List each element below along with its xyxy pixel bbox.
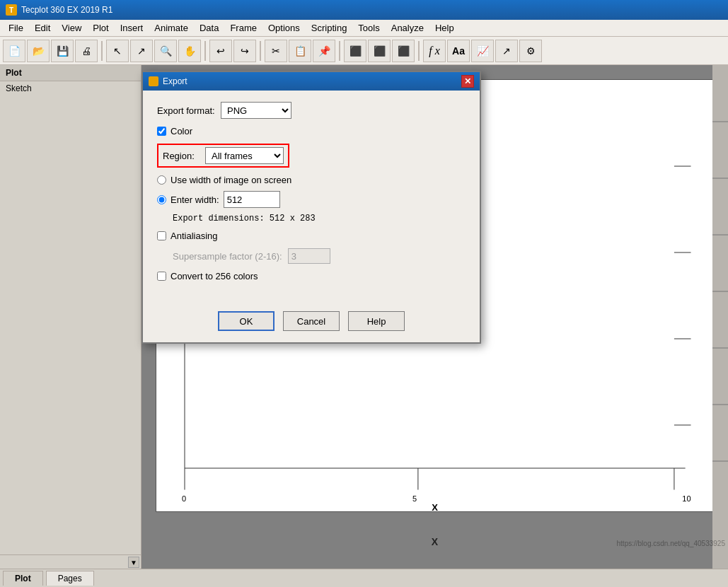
radio-group: Use width of image on screen Enter width… (157, 175, 466, 208)
dialog-icon (149, 76, 158, 86)
dialog-body: Export format: PNG JPEG BMP TIFF EPS PDF… (143, 91, 480, 342)
convert-256-label[interactable]: Convert to 256 colors (171, 271, 258, 281)
dialog-close-button[interactable]: ✕ (461, 75, 474, 88)
export-format-select[interactable]: PNG JPEG BMP TIFF EPS PDF (221, 102, 291, 119)
dialog-overlay: Export ✕ Export format: PNG JPEG BMP TIF… (0, 0, 728, 587)
antialiasing-label[interactable]: Antialiasing (171, 231, 218, 241)
supersample-row: Supersample factor (2-16): (173, 248, 466, 264)
dialog-title-left: Export (149, 76, 187, 86)
use-screen-width-label[interactable]: Use width of image on screen (171, 175, 291, 185)
antialiasing-row: Antialiasing (157, 231, 466, 241)
color-checkbox-row: Color (157, 126, 466, 136)
export-format-row: Export format: PNG JPEG BMP TIFF EPS PDF (157, 102, 466, 119)
export-format-label: Export format: (157, 105, 221, 116)
color-checkbox[interactable] (157, 127, 166, 136)
use-screen-width-radio[interactable] (157, 175, 166, 185)
dialog-title-text: Export (163, 76, 187, 86)
convert-256-row: Convert to 256 colors (157, 271, 466, 281)
ok-button[interactable]: OK (218, 311, 275, 331)
export-dialog: Export ✕ Export format: PNG JPEG BMP TIF… (141, 71, 481, 344)
dialog-titlebar: Export ✕ (143, 72, 480, 91)
supersample-label: Supersample factor (2-16): (173, 251, 282, 262)
region-row: Region: All frames Current frame Work ar… (157, 144, 289, 168)
help-button[interactable]: Help (348, 311, 405, 331)
enter-width-radio[interactable] (157, 195, 166, 204)
width-input[interactable] (224, 191, 280, 208)
enter-width-row: Enter width: (157, 191, 466, 208)
dimensions-text: Export dimensions: 512 x 283 (173, 214, 466, 223)
region-select[interactable]: All frames Current frame Work area (205, 147, 284, 164)
supersample-input (288, 248, 330, 264)
dialog-buttons: OK Cancel Help (157, 303, 466, 331)
cancel-button[interactable]: Cancel (283, 311, 340, 331)
antialiasing-checkbox[interactable] (157, 231, 166, 240)
use-screen-width-row: Use width of image on screen (157, 175, 466, 185)
color-label[interactable]: Color (171, 126, 192, 136)
enter-width-label[interactable]: Enter width: (171, 194, 219, 205)
convert-256-checkbox[interactable] (157, 272, 166, 281)
region-label: Region: (163, 151, 205, 161)
